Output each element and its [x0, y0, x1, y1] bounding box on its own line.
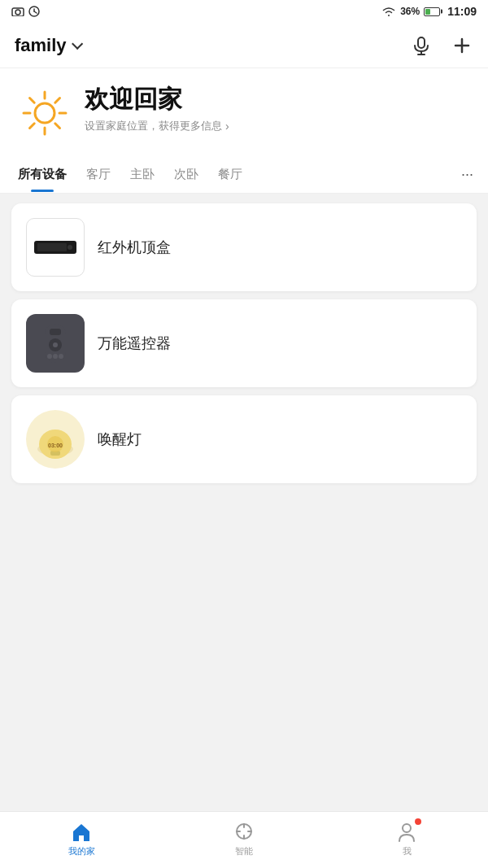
tab-master-bedroom[interactable]: 主卧	[120, 155, 164, 192]
device-image-lamp: 03:00	[26, 410, 85, 469]
svg-line-18	[30, 124, 35, 129]
device-card-stb[interactable]: 红外机顶盒	[11, 203, 477, 291]
top-nav: family	[0, 23, 488, 68]
sun-icon-wrap	[16, 85, 73, 142]
sun-icon	[19, 87, 71, 139]
svg-point-26	[47, 354, 52, 359]
device-list: 红外机顶盒 万能遥控器	[0, 203, 488, 483]
home-icon	[70, 820, 93, 843]
battery-percent: 36%	[400, 6, 420, 17]
svg-line-4	[34, 11, 37, 13]
bottom-nav-smart-label: 智能	[235, 845, 253, 857]
remote-svg	[38, 321, 72, 366]
tab-more-button[interactable]: ···	[455, 155, 480, 193]
clock-icon	[28, 6, 40, 17]
svg-point-25	[53, 342, 58, 347]
tab-dining-room[interactable]: 餐厅	[208, 155, 252, 192]
status-bar: 36% 11:09	[0, 0, 488, 23]
smart-icon-wrap	[233, 820, 255, 843]
svg-line-15	[30, 98, 35, 103]
status-time: 11:09	[447, 5, 477, 18]
device-image-stb	[26, 218, 85, 277]
svg-point-39	[403, 824, 411, 832]
welcome-arrow: ›	[225, 120, 229, 133]
family-label: family	[15, 35, 67, 56]
bottom-nav-me-label: 我	[403, 845, 412, 857]
tab-all-devices[interactable]: 所有设备	[8, 155, 76, 192]
bottom-nav-me[interactable]: 我	[325, 820, 488, 861]
device-image-remote	[26, 314, 85, 373]
svg-rect-20	[37, 243, 67, 251]
battery-icon	[424, 7, 440, 16]
welcome-text: 欢迎回家 设置家庭位置，获得更多信息 ›	[85, 85, 229, 133]
svg-rect-5	[418, 37, 425, 48]
bottom-nav-home[interactable]: 我的家	[0, 820, 163, 861]
tab-second-bedroom[interactable]: 次卧	[164, 155, 208, 192]
tab-living-room[interactable]: 客厅	[76, 155, 120, 192]
wifi-icon	[381, 6, 396, 17]
mic-icon	[410, 34, 433, 57]
stb-svg	[31, 231, 80, 264]
device-name-remote: 万能遥控器	[98, 334, 171, 353]
add-button[interactable]	[451, 34, 473, 57]
device-name-stb: 红外机顶盒	[98, 238, 171, 257]
lamp-svg: 03:00	[31, 415, 80, 464]
svg-point-28	[59, 354, 63, 359]
welcome-section: 欢迎回家 设置家庭位置，获得更多信息 ›	[0, 68, 488, 155]
svg-point-1	[15, 10, 20, 15]
tabs-section: 所有设备 客厅 主卧 次卧 餐厅 ···	[0, 155, 488, 194]
photo-icon	[11, 7, 24, 16]
welcome-title: 欢迎回家	[85, 85, 229, 114]
svg-text:03:00: 03:00	[48, 443, 63, 448]
bottom-nav-home-label: 我的家	[68, 845, 95, 857]
me-icon-wrap	[395, 820, 418, 843]
svg-point-21	[68, 245, 72, 250]
notification-dot	[415, 818, 421, 825]
smart-icon	[233, 820, 255, 843]
status-icons-right: 36% 11:09	[381, 5, 477, 18]
svg-rect-23	[50, 329, 61, 335]
family-title[interactable]: family	[15, 35, 80, 56]
device-card-lamp[interactable]: 03:00 唤醒灯	[11, 395, 477, 483]
svg-point-27	[53, 354, 58, 359]
chevron-down-icon	[72, 37, 83, 49]
device-name-lamp: 唤醒灯	[98, 430, 142, 449]
nav-icons	[410, 34, 473, 57]
status-icons-left	[11, 6, 40, 17]
mic-button[interactable]	[410, 34, 433, 57]
svg-line-17	[55, 98, 60, 103]
svg-line-16	[55, 124, 60, 129]
add-icon	[451, 34, 473, 57]
home-icon-wrap	[70, 820, 93, 843]
svg-point-10	[35, 103, 54, 123]
bottom-nav: 我的家 智能 我	[0, 811, 488, 868]
device-card-remote[interactable]: 万能遥控器	[11, 299, 477, 387]
bottom-nav-smart[interactable]: 智能	[163, 820, 325, 861]
welcome-subtitle[interactable]: 设置家庭位置，获得更多信息 ›	[85, 119, 229, 133]
